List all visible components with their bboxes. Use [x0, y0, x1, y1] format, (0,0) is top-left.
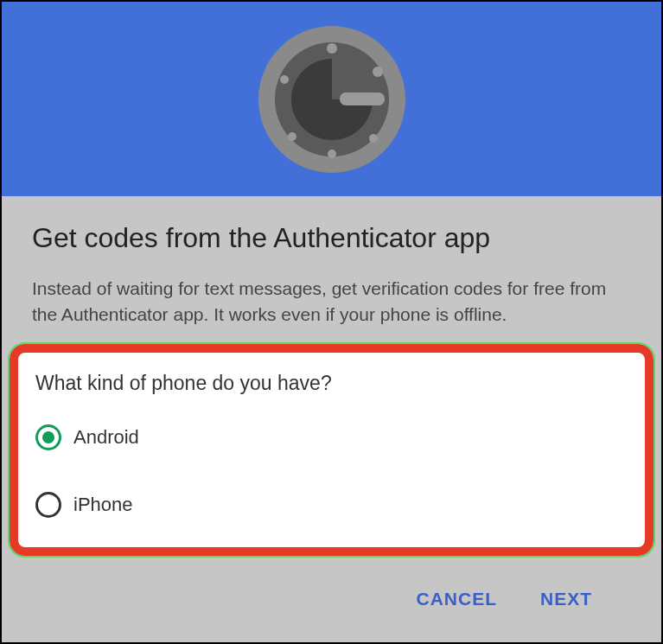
radio-button-selected-icon: [35, 424, 61, 450]
svg-point-6: [328, 150, 336, 158]
next-button[interactable]: NEXT: [540, 589, 592, 609]
authenticator-vault-icon: [258, 26, 405, 173]
dialog-container: Get codes from the Authenticator app Ins…: [0, 0, 663, 644]
dialog-content: Get codes from the Authenticator app Ins…: [2, 196, 661, 642]
radio-button-unselected-icon: [35, 492, 61, 518]
radio-label: Android: [73, 426, 139, 449]
svg-point-4: [373, 67, 383, 77]
svg-point-8: [280, 75, 289, 84]
phone-question: What kind of phone do you have?: [35, 372, 628, 395]
dialog-footer: CANCEL NEXT: [32, 556, 631, 635]
radio-option-iphone[interactable]: iPhone: [35, 492, 628, 518]
svg-point-7: [288, 132, 296, 141]
svg-point-3: [327, 43, 337, 54]
svg-point-5: [369, 134, 378, 143]
dialog-header: [2, 2, 661, 196]
radio-label: iPhone: [73, 494, 133, 516]
phone-selection-box: What kind of phone do you have? Android …: [10, 344, 653, 556]
dialog-description: Instead of waiting for text messages, ge…: [32, 276, 631, 328]
dialog-title: Get codes from the Authenticator app: [32, 222, 631, 254]
svg-rect-2: [340, 92, 385, 105]
radio-option-android[interactable]: Android: [35, 424, 628, 450]
cancel-button[interactable]: CANCEL: [416, 589, 497, 609]
